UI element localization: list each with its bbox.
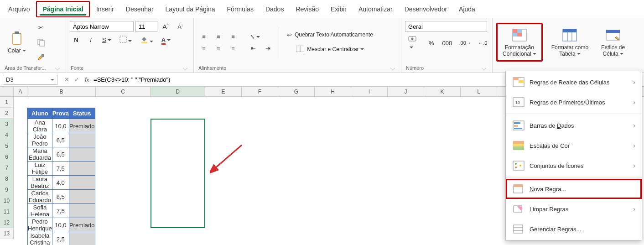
col-header-E[interactable]: E [205, 87, 242, 96]
row-header-6[interactable]: 6 [0, 151, 14, 162]
alignment-launcher[interactable] [390, 66, 395, 70]
cut-button[interactable]: ✂ [33, 21, 49, 34]
table-row[interactable]: Luiz Felipe7,5 [28, 162, 95, 176]
table-row[interactable]: Carlos Eduardo8,5 [28, 190, 95, 204]
row-header-3[interactable]: 3 [0, 119, 14, 130]
row-header-9[interactable]: 9 [0, 184, 14, 195]
col-header-I[interactable]: I [351, 87, 388, 96]
row-header-12[interactable]: 12 [0, 217, 14, 228]
row-header-4[interactable]: 4 [0, 130, 14, 141]
paste-button[interactable]: Colar [4, 28, 30, 57]
row-header-7[interactable]: 7 [0, 162, 14, 173]
font-launcher[interactable] [183, 66, 187, 70]
name-box[interactable]: D3 [3, 75, 57, 85]
table-row[interactable]: Maria Eduarda6,5 [28, 147, 95, 162]
italic-button[interactable]: I [84, 35, 97, 45]
font-size-combo[interactable] [135, 21, 157, 32]
percent-format-button[interactable]: % [425, 38, 438, 48]
table-row[interactable]: Isabela Cristina2,5 [28, 232, 95, 245]
merge-center-button[interactable]: Mesclar e Centralizar [284, 44, 376, 55]
conditional-formatting-button[interactable]: Formatação Condicional [499, 25, 540, 60]
orientation-button[interactable]: ⤡ [247, 32, 263, 42]
cell-styles-button[interactable]: Estilos de Célula [597, 25, 629, 60]
format-painter-button[interactable] [33, 51, 49, 63]
row-header-8[interactable]: 8 [0, 173, 14, 184]
align-middle-button[interactable]: ≡ [212, 32, 225, 42]
tab-inserir[interactable]: Inserir [91, 2, 119, 16]
accept-formula-button[interactable]: ✓ [73, 76, 80, 83]
wrap-text-button[interactable]: ↩ Quebrar Texto Automaticamente [284, 30, 376, 40]
menu-top-bottom-rules[interactable]: 10Regras de Primeiros/Últimos › [506, 92, 642, 112]
comma-format-button[interactable]: 000 [440, 38, 455, 48]
align-center-button[interactable]: ≡ [212, 43, 225, 53]
table-row[interactable]: João Pedro6,5 [28, 133, 95, 147]
increase-indent-button[interactable]: ⇥ [261, 43, 274, 53]
comma-icon: 000 [442, 40, 452, 47]
align-left-button[interactable]: ≡ [197, 43, 210, 53]
copy-button[interactable] [33, 36, 49, 49]
table-row[interactable]: Ana Clara10,0Premiado [28, 119, 95, 133]
col-header-D[interactable]: D [151, 87, 205, 96]
menu-manage-rules[interactable]: Gerenciar Regras... [506, 219, 642, 239]
col-header-C[interactable]: C [96, 87, 151, 96]
underline-icon: S [102, 36, 111, 43]
tab-automatizar[interactable]: Automatizar [353, 2, 398, 16]
increase-decimal-button[interactable]: .00→ [457, 39, 473, 47]
number-launcher[interactable] [482, 66, 486, 70]
menu-clear-rules[interactable]: Limpar Regras › [506, 199, 642, 219]
decrease-decimal-button[interactable]: ←.0 [475, 39, 490, 47]
align-right-button[interactable]: ≡ [227, 43, 239, 53]
tab-exibir[interactable]: Exibir [325, 2, 352, 16]
row-header-1[interactable]: 1 [0, 97, 14, 108]
row-header-11[interactable]: 11 [0, 206, 14, 217]
font-color-button[interactable]: A [158, 35, 174, 45]
col-header-B[interactable]: B [27, 87, 96, 96]
col-header-G[interactable]: G [278, 87, 315, 96]
font-name-combo[interactable] [70, 21, 134, 32]
table-row[interactable]: Sofia Helena7,5 [28, 204, 95, 218]
tab-formulas[interactable]: Fórmulas [222, 2, 259, 16]
cancel-formula-button[interactable]: ✕ [63, 76, 70, 83]
tab-revisao[interactable]: Revisão [290, 2, 324, 16]
tab-dados[interactable]: Dados [260, 2, 289, 16]
table-row[interactable]: Pedro Henrique10,0Premiado [28, 218, 95, 232]
tab-desenhar[interactable]: Desenhar [120, 2, 159, 16]
menu-highlight-cells-rules[interactable]: Regras de Realce das Células › [506, 72, 642, 92]
bold-button[interactable]: N [70, 35, 83, 45]
col-header-H[interactable]: H [315, 87, 351, 96]
col-header-K[interactable]: K [424, 87, 461, 96]
col-header-F[interactable]: F [242, 87, 278, 96]
menu-icon-sets[interactable]: Conjuntos de Ícones › [506, 156, 642, 176]
increase-font-button[interactable]: A↑ [159, 21, 172, 32]
row-header-5[interactable]: 5 [0, 141, 14, 151]
tab-ajuda[interactable]: Ajuda [453, 2, 481, 16]
col-header-J[interactable]: J [388, 87, 424, 96]
borders-button[interactable] [116, 34, 135, 46]
tab-desenvolvedor[interactable]: Desenvolvedor [399, 2, 452, 16]
row-header-10[interactable]: 10 [0, 195, 14, 206]
fx-icon[interactable]: fx [83, 76, 91, 83]
underline-button[interactable]: S [99, 35, 114, 45]
tab-pagina-inicial[interactable]: Página Inicial [36, 1, 89, 17]
table-row[interactable]: Laura Beatriz4,0 [28, 176, 95, 190]
row-header-13[interactable]: 13 [0, 228, 14, 239]
col-header-A[interactable]: A [14, 87, 27, 96]
clipboard-launcher[interactable] [55, 66, 60, 70]
accounting-format-button[interactable] [405, 34, 423, 52]
align-top-button[interactable]: ≡ [197, 32, 210, 42]
menu-new-rule[interactable]: Nova Regra... [506, 179, 642, 199]
tab-arquivo[interactable]: Arquivo [3, 2, 35, 16]
select-all-corner[interactable] [0, 87, 14, 96]
row-header-2[interactable]: 2 [0, 108, 14, 119]
number-format-combo[interactable] [405, 21, 487, 32]
format-as-table-button[interactable]: Formatar como Tabela [547, 25, 592, 60]
menu-data-bars[interactable]: Barras de Dados › [506, 115, 642, 136]
decrease-indent-button[interactable]: ⇤ [247, 43, 260, 53]
tab-layout[interactable]: Layout da Página [160, 2, 221, 16]
svg-rect-17 [563, 29, 576, 32]
col-header-L[interactable]: L [461, 87, 497, 96]
menu-color-scales[interactable]: Escalas de Cor › [506, 136, 642, 156]
decrease-font-button[interactable]: A↓ [174, 22, 187, 31]
align-bottom-button[interactable]: ≡ [227, 32, 239, 42]
fill-color-button[interactable] [137, 34, 156, 46]
